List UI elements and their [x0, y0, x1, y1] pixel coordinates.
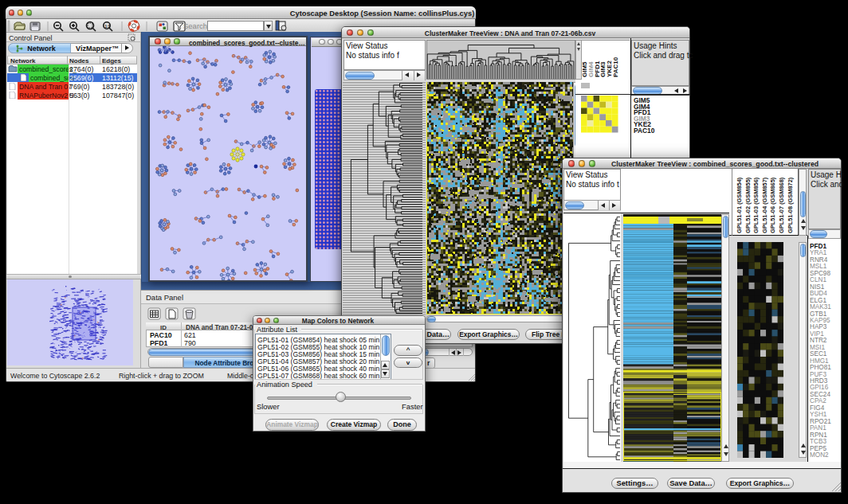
svg-text:1:1: 1:1 [105, 25, 111, 29]
svg-text:Search:: Search: [183, 21, 210, 30]
